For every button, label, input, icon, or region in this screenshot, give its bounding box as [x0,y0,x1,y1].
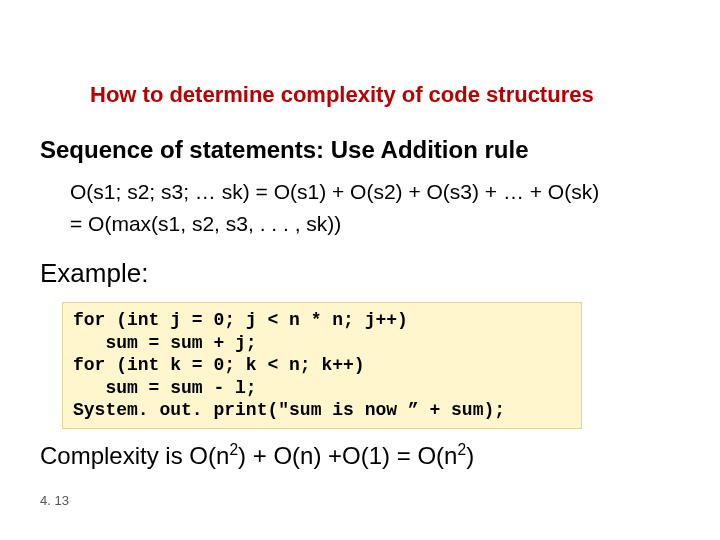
page-number: 4. 13 [40,493,69,508]
complexity-sup-1: 2 [229,441,238,458]
example-label: Example: [40,258,148,289]
code-text: for (int j = 0; j < n * n; j++) sum = su… [73,309,571,422]
formula-line-2: = O(max(s1, s2, s3, . . . , sk)) [70,210,680,238]
code-block: for (int j = 0; j < n * n; j++) sum = su… [62,302,582,429]
slide: How to determine complexity of code stru… [0,0,720,540]
complexity-text-2: ) + O(n) +O(1) = O(n [238,442,457,469]
complexity-result: Complexity is O(n2) + O(n) +O(1) = O(n2) [40,442,680,470]
complexity-sup-2: 2 [457,441,466,458]
complexity-text-3: ) [466,442,474,469]
formula-line-1: O(s1; s2; s3; … sk) = O(s1) + O(s2) + O(… [70,178,680,206]
slide-title: How to determine complexity of code stru… [90,82,680,108]
complexity-text-1: Complexity is O(n [40,442,229,469]
section-heading: Sequence of statements: Use Addition rul… [40,136,680,164]
